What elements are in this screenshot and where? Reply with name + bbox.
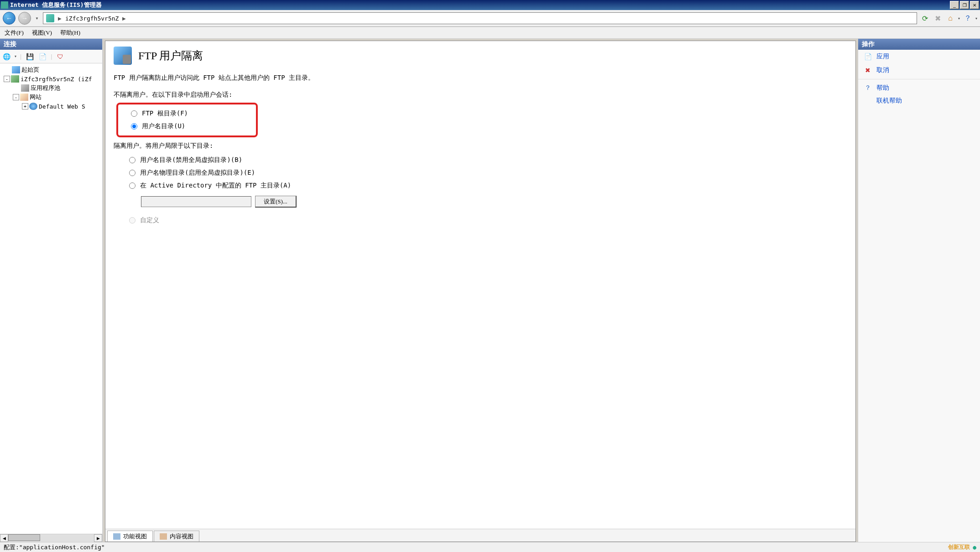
tree-label: 应用程序池 <box>31 84 60 92</box>
connect-icon[interactable]: 🌐 <box>2 52 11 61</box>
action-label: 取消 <box>876 66 889 74</box>
radio-username-physical[interactable]: 用户名物理目录(启用全局虚拟目录)(E) <box>129 167 847 179</box>
divider <box>858 79 980 79</box>
status-icon: ● <box>973 544 976 551</box>
navbar: ← → ▼ ▶ iZfc3rgfh5vr5nZ ▶ ⟳ ✖ ⌂ ▾ ？ ▾ <box>0 10 980 27</box>
scroll-left-button[interactable]: ◀ <box>0 534 8 542</box>
radio-label: FTP 根目录(F) <box>142 109 188 118</box>
set-button[interactable]: 设置(S)... <box>255 196 297 208</box>
tree-sites[interactable]: - 网站 <box>1 93 101 102</box>
section-isolate: 隔离用户。将用户局限于以下目录: <box>114 142 847 150</box>
radio-input[interactable] <box>129 170 136 176</box>
highlight-box: FTP 根目录(F) 用户名目录(U) <box>116 103 258 137</box>
radio-input[interactable] <box>129 157 136 163</box>
back-button[interactable]: ← <box>3 12 16 25</box>
folder-icon <box>20 94 28 101</box>
scroll-thumb[interactable] <box>8 534 40 541</box>
page-title: FTP 用户隔离 <box>138 48 203 63</box>
action-label: 联机帮助 <box>876 97 902 104</box>
titlebar-text: Internet 信息服务(IIS)管理器 <box>10 1 949 9</box>
radio-custom: 自定义 <box>129 214 847 227</box>
radio-username-dir[interactable]: 用户名目录(U) <box>131 120 252 133</box>
server-icon <box>46 14 54 22</box>
action-apply[interactable]: 📄 应用 <box>858 50 980 63</box>
horizontal-scrollbar[interactable]: ◀ ▶ <box>0 534 102 542</box>
tab-content-view[interactable]: 内容视图 <box>154 531 199 542</box>
action-label: 帮助 <box>876 84 889 92</box>
collapse-icon[interactable]: - <box>13 94 19 100</box>
forward-button[interactable]: → <box>18 12 31 25</box>
radio-username-novirtual[interactable]: 用户名目录(禁用全局虚拟目录)(B) <box>129 154 847 167</box>
menu-help[interactable]: 帮助(H) <box>60 29 80 37</box>
apply-icon: 📄 <box>864 52 872 61</box>
radio-label: 用户名物理目录(启用全局虚拟目录)(E) <box>140 169 255 177</box>
actions-panel: 操作 📄 应用 ✖ 取消 ？ 帮助 联机帮助 <box>858 39 980 542</box>
tree-server[interactable]: - iZfc3rgfh5vr5nZ (iZf <box>1 74 101 83</box>
ad-path-input <box>141 196 251 207</box>
section-noisolate: 不隔离用户。在以下目录中启动用户会话: <box>114 91 847 99</box>
tree-start-page[interactable]: 起始页 <box>1 65 101 74</box>
radio-input[interactable] <box>131 123 137 130</box>
titlebar: Internet 信息服务(IIS)管理器 _ ❐ ✕ <box>0 0 980 10</box>
action-online-help[interactable]: 联机帮助 <box>858 95 980 107</box>
shield-icon[interactable]: 🛡 <box>56 52 65 61</box>
stop-icon[interactable]: ✖ <box>933 13 943 23</box>
actions-header: 操作 <box>858 39 980 50</box>
tab-label: 功能视图 <box>123 532 147 541</box>
connections-tree: 起始页 - iZfc3rgfh5vr5nZ (iZf 应用程序池 - 网站 <box>0 63 102 534</box>
radio-label: 自定义 <box>140 216 159 224</box>
pool-icon <box>21 84 29 92</box>
radio-label: 用户名目录(禁用全局虚拟目录)(B) <box>140 156 242 164</box>
tree-app-pool[interactable]: 应用程序池 <box>1 83 101 93</box>
address-bar[interactable]: ▶ iZfc3rgfh5vr5nZ ▶ <box>43 12 917 24</box>
back-arrow-icon: ← <box>6 15 12 22</box>
radio-label: 用户名目录(U) <box>142 122 185 130</box>
forward-arrow-icon: → <box>21 15 28 22</box>
server-icon <box>11 75 19 83</box>
cancel-icon: ✖ <box>864 66 872 74</box>
radio-input <box>129 217 136 224</box>
tree-label: 网站 <box>30 93 42 101</box>
view-tabs: 功能视图 内容视图 <box>105 529 855 542</box>
save-icon[interactable]: 💾 <box>25 52 34 61</box>
minimize-button[interactable]: _ <box>950 1 959 9</box>
radio-input[interactable] <box>131 110 137 117</box>
folder-icon[interactable]: 📄 <box>38 52 47 61</box>
scroll-right-button[interactable]: ▶ <box>94 534 102 542</box>
tab-features-view[interactable]: 功能视图 <box>107 531 153 542</box>
collapse-icon[interactable]: - <box>4 76 10 82</box>
globe-icon <box>29 103 37 110</box>
radio-input[interactable] <box>129 182 136 189</box>
menu-file[interactable]: 文件(F) <box>5 29 24 37</box>
radio-ftp-root[interactable]: FTP 根目录(F) <box>131 107 252 120</box>
menu-view[interactable]: 视图(V) <box>32 29 52 37</box>
home-icon[interactable]: ⌂ <box>945 13 955 23</box>
connections-header: 连接 <box>0 39 102 50</box>
connections-toolbar: 🌐 ▾ | 💾 📄 | 🛡 <box>0 50 102 63</box>
radio-active-directory[interactable]: 在 Active Directory 中配置的 FTP 主目录(A) <box>129 179 847 192</box>
connections-panel: 连接 🌐 ▾ | 💾 📄 | 🛡 起始页 - iZfc3rgfh5vr5nZ (… <box>0 39 103 542</box>
address-server: iZfc3rgfh5vr5nZ <box>65 15 119 22</box>
content-icon <box>160 533 167 540</box>
refresh-icon[interactable]: ⟳ <box>920 13 930 23</box>
description-text: FTP 用户隔离防止用户访问此 FTP 站点上其他用户的 FTP 主目录。 <box>114 73 847 83</box>
tree-label: Default Web S <box>39 103 85 110</box>
radio-label: 在 Active Directory 中配置的 FTP 主目录(A) <box>140 182 291 190</box>
help-icon[interactable]: ？ <box>963 13 973 23</box>
status-text: 配置:"applicationHost.config" <box>4 543 105 552</box>
chevron-right-icon: ▶ <box>122 16 126 21</box>
help-icon: ？ <box>864 84 872 92</box>
chevron-right-icon: ▶ <box>58 16 62 21</box>
expand-icon[interactable]: + <box>22 103 28 109</box>
content-panel: FTP 用户隔离 FTP 用户隔离防止用户访问此 FTP 站点上其他用户的 FT… <box>105 41 856 542</box>
tree-default-site[interactable]: + Default Web S <box>1 102 101 111</box>
home-icon <box>12 66 20 73</box>
close-button[interactable]: ✕ <box>970 1 979 9</box>
nav-history-dropdown[interactable]: ▼ <box>34 12 40 25</box>
action-help[interactable]: ？ 帮助 <box>858 81 980 95</box>
action-cancel[interactable]: ✖ 取消 <box>858 63 980 77</box>
tab-label: 内容视图 <box>170 532 193 541</box>
maximize-button[interactable]: ❐ <box>960 1 969 9</box>
watermark: 创新互联 <box>948 543 970 551</box>
statusbar: 配置:"applicationHost.config" 创新互联 ● <box>0 542 980 552</box>
